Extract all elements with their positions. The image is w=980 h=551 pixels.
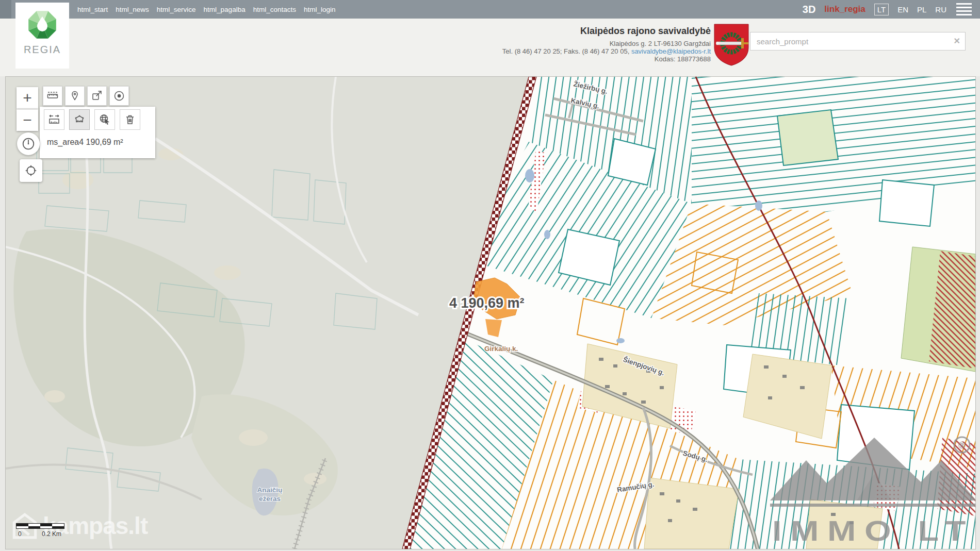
- area-polygon-icon: [73, 113, 86, 126]
- municipality-phone: Tel. (8 46) 47 20 25; Faks. (8 46) 47 20…: [502, 47, 629, 55]
- language-pl[interactable]: PL: [917, 5, 926, 14]
- immo-watermark: ® IMMO LT: [770, 433, 976, 549]
- lake-label-line2: ežeras: [259, 495, 281, 503]
- view-3d-button[interactable]: 3D: [803, 4, 816, 15]
- measured-area-label: 4 190,69 m²: [449, 295, 525, 311]
- share-tool-button[interactable]: [87, 86, 107, 106]
- municipality-title: Klaipėdos rajono savivaldybė: [468, 26, 711, 37]
- nav-contacts[interactable]: html_contacts: [253, 6, 296, 13]
- geolocate-button[interactable]: [20, 159, 42, 182]
- main-nav: html_start html_news html_service html_p…: [77, 0, 336, 19]
- lake-label-line1: Anaičių: [257, 486, 283, 494]
- settlement-label-girkaliu: Girkalių k.: [484, 345, 518, 353]
- language-en[interactable]: EN: [897, 5, 908, 14]
- map-tool-row: [43, 86, 129, 106]
- hamburger-menu-icon[interactable]: [955, 1, 973, 18]
- distance-icon: [48, 113, 60, 126]
- immo-watermark-text: IMMO LT: [772, 514, 974, 547]
- scale-bar-segments: [16, 523, 64, 529]
- crosshair-icon: [24, 164, 38, 177]
- measure-tool-button[interactable]: [43, 86, 62, 106]
- measurement-panel: ms_area4 190,69 m²: [40, 107, 155, 158]
- record-dot-icon: [113, 90, 125, 102]
- measure-distance-button[interactable]: [44, 109, 64, 130]
- regia-logo[interactable]: REGIA: [15, 3, 69, 69]
- coat-of-arms: [713, 24, 749, 66]
- search-input[interactable]: [750, 32, 965, 50]
- reset-rotation-button[interactable]: [17, 132, 40, 155]
- record-location-button[interactable]: [109, 86, 129, 106]
- globe-cursor-icon: [99, 113, 111, 126]
- scale-bar: 0 0.2 Km: [16, 523, 83, 537]
- regia-link[interactable]: link_regia: [824, 4, 865, 14]
- delete-measurement-button[interactable]: [120, 109, 140, 130]
- marker-tool-button[interactable]: [65, 86, 85, 106]
- corner-block: [0, 0, 11, 19]
- measurement-mode-row: [44, 109, 140, 130]
- zoom-in-button[interactable]: +: [17, 87, 38, 109]
- scale-end-label: 0.2 Km: [42, 530, 61, 538]
- municipality-info: Klaipėdos rajono savivaldybė Klaipėdos g…: [468, 26, 711, 63]
- topbar-right-cluster: 3D link_regia LT EN PL RU: [803, 0, 973, 19]
- municipality-address: Klaipėdos g. 2 LT-96130 Gargždai: [468, 40, 711, 47]
- map-canvas[interactable]: Žiežirbų g. Kalvių g. Šienpjovių g. Sodų…: [5, 76, 976, 549]
- municipality-code: Kodas: 188773688: [468, 55, 711, 63]
- clock-icon: [22, 137, 35, 151]
- map-pin-icon: [69, 90, 81, 102]
- nav-start[interactable]: html_start: [77, 6, 108, 13]
- scale-start-label: 0: [18, 530, 22, 538]
- ruler-icon: [46, 90, 59, 102]
- measure-area-button[interactable]: [69, 109, 90, 130]
- nav-news[interactable]: html_news: [116, 6, 149, 13]
- zoom-out-button[interactable]: −: [17, 109, 38, 131]
- municipality-email-link[interactable]: savivaldybe@klaipedos-r.lt: [631, 47, 711, 55]
- nav-login[interactable]: html_login: [304, 6, 336, 13]
- nav-help[interactable]: html_pagalba: [204, 6, 246, 13]
- search-box: ✕: [750, 32, 966, 51]
- top-navigation-bar: html_start html_news html_service html_p…: [0, 0, 980, 19]
- language-ru[interactable]: RU: [935, 5, 946, 14]
- share-export-icon: [91, 90, 103, 102]
- immo-registered-mark: ®: [958, 440, 966, 450]
- regia-logo-text: REGIA: [24, 44, 61, 56]
- trash-icon: [124, 113, 136, 126]
- language-lt[interactable]: LT: [874, 4, 889, 15]
- search-clear-icon[interactable]: ✕: [954, 36, 960, 46]
- nav-service[interactable]: html_service: [157, 6, 196, 13]
- measurement-result: ms_area4 190,69 m²: [47, 138, 123, 147]
- municipality-header: Klaipėdos rajono savivaldybė Klaipėdos g…: [0, 19, 980, 76]
- regia-logo-icon: [26, 9, 58, 41]
- measure-on-globe-button[interactable]: [94, 109, 115, 130]
